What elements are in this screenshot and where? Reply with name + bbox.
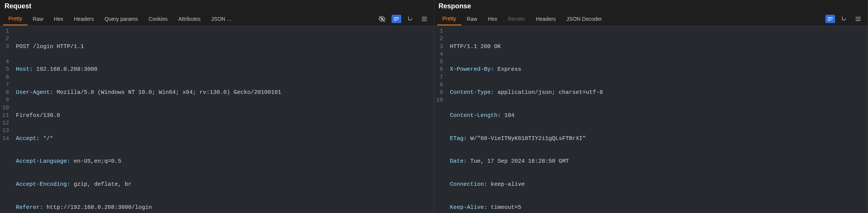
header-value: W/"68-VieITNyK618TIY2i1gQLsFTBrXI" xyxy=(467,135,586,142)
newline-icon[interactable] xyxy=(407,15,415,23)
header-value: timeout=5 xyxy=(487,204,521,211)
header-name: Connection: xyxy=(450,181,487,188)
tab-hex[interactable]: Hex xyxy=(483,13,503,25)
hamburger-icon[interactable] xyxy=(854,15,862,23)
request-panel: Request Pretty Raw Hex Headers Query par… xyxy=(0,0,434,213)
header-name: Accept: xyxy=(16,135,40,142)
tab-headers[interactable]: Headers xyxy=(531,13,561,25)
header-name: ETag: xyxy=(450,135,467,142)
tab-hex[interactable]: Hex xyxy=(49,13,69,25)
request-gutter: 1234567891011121314 xyxy=(0,26,13,213)
header-name: Content-Length: xyxy=(450,112,501,119)
header-name: Host: xyxy=(16,66,33,73)
header-value: Express xyxy=(494,66,521,73)
text-mode-icon[interactable] xyxy=(825,15,835,23)
response-editor[interactable]: 12345678910 HTTP/1.1 200 OK X-Powered-By… xyxy=(434,26,868,213)
response-toolbar-icons xyxy=(825,15,865,23)
header-value: en-US,en;q=0.5 xyxy=(70,158,121,165)
tab-query-params[interactable]: Query params xyxy=(99,13,143,25)
header-value: */* xyxy=(40,135,53,142)
request-code[interactable]: POST /login HTTP/1.1 Host: 192.168.0.208… xyxy=(13,26,433,213)
response-gutter: 12345678910 xyxy=(434,26,447,213)
header-name: Referer: xyxy=(16,204,43,211)
header-name: Keep-Alive: xyxy=(450,204,487,211)
header-name: User-Agent: xyxy=(16,89,53,96)
request-tabs: Pretty Raw Hex Headers Query params Cook… xyxy=(3,12,378,25)
request-line: POST /login HTTP/1.1 xyxy=(16,44,84,50)
response-code[interactable]: HTTP/1.1 200 OK X-Powered-By: Express Co… xyxy=(447,26,868,213)
response-tabbar: Pretty Raw Hex Render Headers JSON Decod… xyxy=(434,12,868,26)
response-title: Response xyxy=(434,0,868,12)
hamburger-icon[interactable] xyxy=(420,15,429,23)
header-value-cont: Firefox/130.0 xyxy=(16,112,60,119)
eye-off-icon[interactable] xyxy=(378,15,386,23)
request-editor[interactable]: 1234567891011121314 POST /login HTTP/1.1… xyxy=(0,26,434,213)
header-value: gzip, deflate, br xyxy=(70,181,132,188)
header-name: Content-Type: xyxy=(450,89,494,96)
header-value: application/json; charset=utf-8 xyxy=(494,89,603,96)
request-tabbar: Pretty Raw Hex Headers Query params Cook… xyxy=(0,12,434,26)
tab-headers[interactable]: Headers xyxy=(69,13,99,25)
header-value: Mozilla/5.0 (Windows NT 10.0; Win64; x64… xyxy=(53,89,285,96)
newline-icon[interactable] xyxy=(840,15,849,23)
tab-raw[interactable]: Raw xyxy=(461,13,483,25)
response-panel: Response Pretty Raw Hex Render Headers J… xyxy=(434,0,868,213)
request-toolbar-icons xyxy=(378,15,431,23)
header-value: http://192.168.0.208:3000/login xyxy=(43,204,152,211)
status-line: HTTP/1.1 200 OK xyxy=(450,44,501,50)
tab-pretty[interactable]: Pretty xyxy=(3,12,28,25)
header-value: keep-alive xyxy=(487,181,525,188)
header-value: 192.168.0.208:3000 xyxy=(33,66,97,73)
text-mode-icon[interactable] xyxy=(391,15,401,23)
tab-json[interactable]: JSON … xyxy=(206,13,237,25)
header-value: 104 xyxy=(501,112,515,119)
tab-json-decoder[interactable]: JSON Decoder xyxy=(561,13,607,25)
header-value: Tue, 17 Sep 2024 16:28:50 GMT xyxy=(467,158,569,165)
header-name: Accept-Language: xyxy=(16,158,70,165)
tab-pretty[interactable]: Pretty xyxy=(437,12,462,25)
tab-render[interactable]: Render xyxy=(503,13,531,25)
header-name: Accept-Encoding: xyxy=(16,181,70,188)
header-name: Date: xyxy=(450,158,467,165)
header-name: X-Powered-By: xyxy=(450,66,494,73)
tab-raw[interactable]: Raw xyxy=(28,13,49,25)
response-tabs: Pretty Raw Hex Render Headers JSON Decod… xyxy=(437,12,826,25)
tab-attributes[interactable]: Attributes xyxy=(173,13,206,25)
tab-cookies[interactable]: Cookies xyxy=(143,13,173,25)
request-title: Request xyxy=(0,0,434,12)
